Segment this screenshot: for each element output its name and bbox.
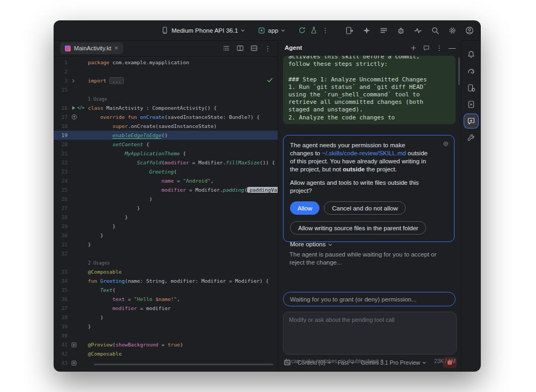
device-selector-label: Medium Phone API 36.1 (172, 27, 238, 34)
preview-icon[interactable] (71, 360, 77, 366)
notifications-icon[interactable] (464, 48, 478, 62)
permission-settings-gear-icon[interactable] (442, 140, 449, 147)
toolbar-right-icons (345, 26, 481, 35)
preview-icon[interactable] (71, 342, 77, 348)
composer-placeholder: Modify or ask about the pending tool cal… (289, 316, 451, 323)
agent-code-block: activates this skill before a commit,fol… (283, 56, 456, 124)
user-avatar[interactable] (465, 26, 474, 35)
settings-icon[interactable] (448, 26, 457, 35)
phone-icon (161, 26, 169, 34)
app-module-icon (258, 27, 265, 34)
allow-parent-folder-button[interactable]: Allow writing source files in the parent… (290, 221, 426, 235)
device-mirror-icon[interactable] (345, 26, 354, 35)
agent-header-icons: ⋮— (410, 44, 456, 51)
agent-scrollbar[interactable] (458, 57, 460, 85)
profiler-icon[interactable] (414, 26, 422, 35)
chevron-down-icon (241, 28, 245, 33)
agent-more-icon[interactable]: ⋮ (436, 44, 443, 51)
code-line: 27 } (54, 203, 278, 213)
search-icon[interactable] (431, 26, 440, 35)
more-options-button[interactable]: More options (290, 240, 448, 248)
chat-history-icon[interactable] (423, 44, 430, 51)
usage-hint: 1 Usage (54, 94, 278, 103)
code-line: 30 } (54, 231, 278, 240)
code-lines: 1package com.example.myapplication23impo… (54, 58, 278, 367)
code-line: 39} (54, 322, 278, 331)
code-line: 40 (54, 331, 278, 340)
code-line: 15 (54, 85, 278, 94)
agent-composer[interactable]: Modify or ask about the pending tool cal… (283, 312, 457, 355)
code-line: 3import ... (54, 76, 278, 85)
agent-panel: Agent ⋮— activates this skill before a c… (278, 40, 461, 372)
main-toolbar: Medium Phone API 36.1 app ⋮ (54, 20, 481, 41)
bug-icon[interactable] (397, 26, 405, 35)
sync-project-icon[interactable] (298, 26, 306, 34)
run-config-label: app (268, 27, 278, 34)
code-line: 22 Scaffold(modifier = Modifier.fillMaxS… (54, 158, 278, 167)
code-line: 18 super.onCreate(savedInstanceState) (54, 122, 278, 131)
tool-stripe (461, 40, 481, 372)
code-line: 23 Greeting( (54, 167, 278, 176)
running-devices-icon[interactable] (464, 97, 478, 111)
code-line: 41@Preview(showBackground = true) (54, 340, 278, 349)
run-config-selector[interactable]: app (258, 27, 285, 34)
tab-close-icon[interactable]: × (114, 45, 118, 51)
code-line: 36 text = "Hello $name!", (54, 295, 278, 304)
toolbar-more-icon[interactable]: ⋮ (322, 27, 329, 34)
code-line: 20 setContent { (54, 140, 278, 149)
agent-icon[interactable] (464, 114, 478, 128)
code-line: 19 enableEdgeToEdge() (54, 131, 278, 140)
code-line: 29 } (54, 222, 278, 231)
horizontal-scrollbar[interactable] (94, 364, 273, 365)
tab-mainactivity[interactable]: MainActivity.kt × (60, 42, 123, 54)
chevron-down-icon (281, 28, 285, 33)
waiting-permission-field[interactable]: Waiting for you to grant (or deny) permi… (283, 292, 456, 306)
agent-footer: AI can make mistakes, so double-check it… (285, 358, 456, 364)
split-right-icon[interactable] (236, 44, 244, 52)
agent-panel-title: Agent (285, 44, 302, 51)
code-line: 43 (54, 358, 278, 367)
code-line: 25 modifier = Modifier.padding(paddingVa… (54, 185, 278, 194)
experimental-flask-icon[interactable] (310, 26, 318, 34)
editor-pane: MainActivity.kt × ⋮ 1package com.example… (54, 40, 278, 372)
agent-panel-header: Agent ⋮— (278, 40, 461, 55)
code-line: 35 Text( (54, 285, 278, 295)
code-line: 17 override fun onCreate(savedInstanceSt… (54, 112, 278, 122)
split-down-icon[interactable] (250, 44, 258, 52)
code-line: 37 modifier = modifier (54, 304, 278, 313)
structure-icon[interactable] (222, 44, 230, 52)
gemini-icon[interactable] (362, 26, 371, 35)
kotlin-file-icon (65, 46, 71, 51)
gradle-icon[interactable] (464, 64, 478, 78)
markup-icon[interactable]: </> (77, 103, 84, 112)
override-icon[interactable] (71, 114, 77, 120)
run-icon[interactable] (71, 105, 76, 110)
new-chat-icon[interactable] (410, 44, 417, 51)
code-line: 2 (54, 67, 278, 76)
device-selector[interactable]: Medium Phone API 36.1 (161, 26, 245, 34)
fold-arrow-icon[interactable] (71, 79, 76, 83)
code-line: 31} (54, 240, 278, 249)
inspections-check-icon[interactable] (266, 77, 273, 85)
editor-tabbar: MainActivity.kt × ⋮ (54, 40, 278, 57)
tabbar-icons: ⋮ (222, 44, 271, 52)
chevron-down-icon (328, 243, 332, 247)
code-line: 34fun Greeting(name: String, modifier: M… (54, 276, 278, 285)
code-line: 26 ) (54, 194, 278, 203)
permission-dialog: The agent needs your permission to make … (283, 135, 455, 242)
allow-button[interactable]: Allow (290, 201, 319, 215)
ai-disclaimer: AI can make mistakes, so double-check it (285, 358, 383, 364)
code-editor[interactable]: 1package com.example.myapplication23impo… (54, 56, 278, 372)
code-line: 24 name = "Android", (54, 176, 278, 185)
code-line: 1package com.example.myapplication (54, 58, 278, 67)
hide-panel-icon[interactable]: — (449, 44, 456, 51)
skill-file-link[interactable]: ~/.skills/code-review/SKILL.md (322, 150, 406, 156)
device-manager-icon[interactable] (464, 81, 478, 95)
code-line: 16</>class MainActivity : ComponentActiv… (54, 103, 278, 112)
code-line: 32 (54, 249, 278, 258)
app-insights-icon[interactable] (464, 131, 478, 145)
cancel-do-not-allow-button[interactable]: Cancel and do not allow (324, 201, 406, 215)
code-line: 33@Composable (54, 267, 278, 276)
logcat-icon[interactable] (379, 26, 388, 35)
editor-more-icon[interactable]: ⋮ (264, 45, 271, 52)
